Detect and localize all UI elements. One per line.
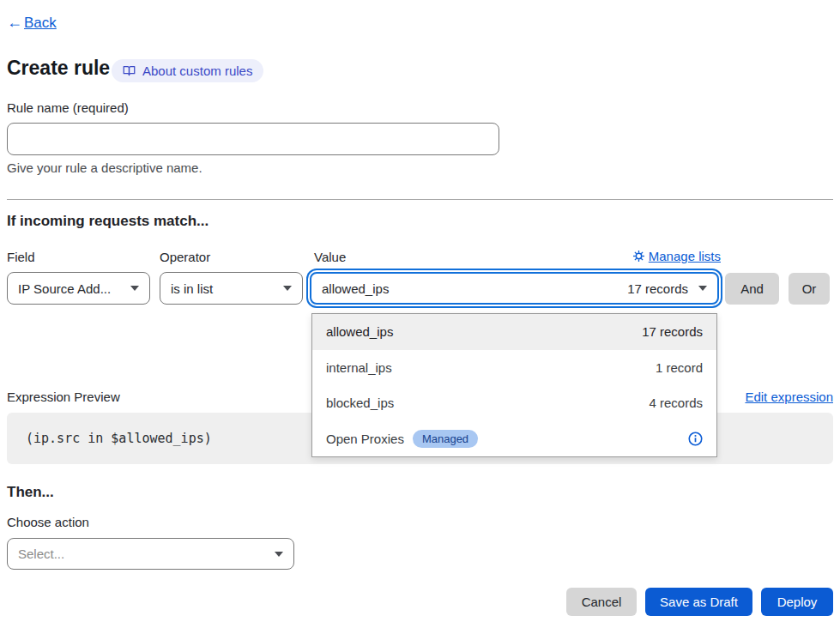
create-rule-page: ←Back Create rule About custom rules Rul… <box>0 0 840 634</box>
back-link[interactable]: ←Back <box>7 14 57 32</box>
gear-icon <box>633 251 644 262</box>
list-item-meta: 4 records <box>649 395 703 410</box>
operator-select[interactable]: is in list <box>160 272 303 305</box>
action-select-placeholder: Select... <box>18 546 64 561</box>
managed-badge: Managed <box>413 430 478 448</box>
list-item-allowed-ips[interactable]: allowed_ips 17 records <box>312 314 716 350</box>
deploy-button[interactable]: Deploy <box>761 588 833 616</box>
list-item-name: Open Proxies <box>326 432 404 446</box>
back-label: Back <box>24 15 57 32</box>
list-dropdown-menu: allowed_ips 17 records internal_ips 1 re… <box>311 313 717 457</box>
page-title: Create rule <box>7 57 110 80</box>
list-item-meta: 1 record <box>656 360 703 375</box>
operator-label: Operator <box>160 250 210 264</box>
cancel-button[interactable]: Cancel <box>566 588 637 616</box>
edit-expression-link[interactable]: Edit expression <box>745 389 833 404</box>
book-icon <box>123 64 136 77</box>
list-item-name: internal_ips <box>326 360 392 375</box>
rule-name-input[interactable] <box>7 123 499 155</box>
about-badge-label: About custom rules <box>142 63 252 78</box>
expression-preview-label: Expression Preview <box>7 389 120 404</box>
chevron-down-icon <box>130 286 139 291</box>
list-item-internal-ips[interactable]: internal_ips 1 record <box>312 350 716 386</box>
chevron-down-icon <box>275 552 283 557</box>
back-arrow-icon: ← <box>7 14 22 32</box>
or-button[interactable]: Or <box>789 273 830 305</box>
then-section-heading: Then... <box>7 484 54 501</box>
action-select[interactable]: Select... <box>7 538 294 570</box>
save-as-draft-button[interactable]: Save as Draft <box>645 588 752 616</box>
rule-name-helper: Give your rule a descriptive name. <box>7 160 202 175</box>
manage-lists-link[interactable]: Manage lists <box>633 249 721 263</box>
list-item-name: blocked_ips <box>326 395 394 410</box>
list-item-meta: 17 records <box>642 324 703 339</box>
rule-name-label: Rule name (required) <box>7 100 129 115</box>
expression-code: (ip.src in $allowed_ips) <box>26 431 212 446</box>
chevron-down-icon <box>283 286 292 291</box>
value-select-name: allowed_ips <box>322 281 389 296</box>
value-select[interactable]: allowed_ips 17 records <box>310 272 719 305</box>
match-section-heading: If incoming requests match... <box>7 213 208 230</box>
value-label: Value <box>314 250 346 264</box>
list-item-blocked-ips[interactable]: blocked_ips 4 records <box>312 385 716 421</box>
manage-lists-label: Manage lists <box>649 249 721 263</box>
field-label: Field <box>7 250 35 264</box>
list-item-open-proxies[interactable]: Open Proxies Managed <box>312 421 716 457</box>
section-divider <box>7 199 833 200</box>
operator-select-value: is in list <box>171 281 213 296</box>
about-custom-rules-link[interactable]: About custom rules <box>112 59 263 82</box>
value-select-meta: 17 records <box>627 281 688 296</box>
field-select[interactable]: IP Source Add... <box>7 272 150 305</box>
chevron-down-icon <box>698 286 707 291</box>
info-icon[interactable] <box>688 432 703 446</box>
list-item-name: allowed_ips <box>326 324 393 339</box>
choose-action-label: Choose action <box>7 515 89 529</box>
field-select-value: IP Source Add... <box>18 281 111 296</box>
and-button[interactable]: And <box>725 273 779 305</box>
